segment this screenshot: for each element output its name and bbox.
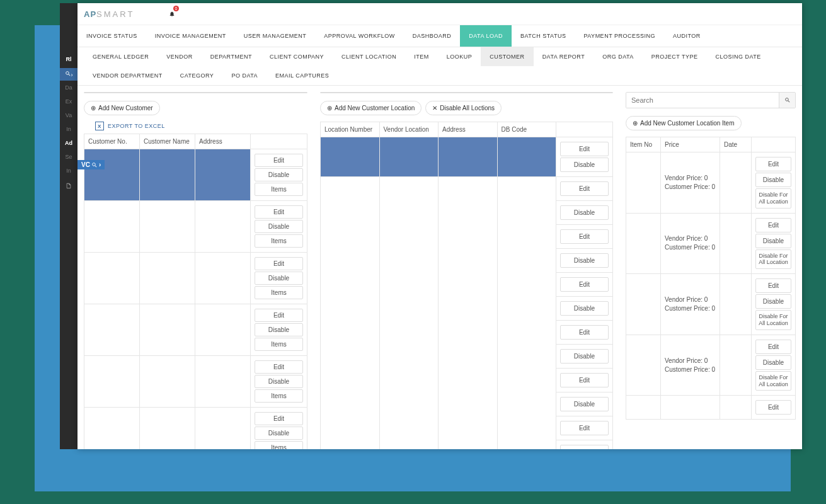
table-row[interactable]: Disable: [321, 392, 613, 416]
subnav-department[interactable]: DEPARTMENT: [202, 47, 261, 66]
subnav-po-data[interactable]: PO DATA: [222, 66, 267, 85]
disable-button[interactable]: Disable: [255, 323, 303, 336]
subnav-vendor[interactable]: VENDOR: [158, 47, 202, 66]
sidebar-item-da[interactable]: Da: [60, 81, 77, 94]
sidebar-item-ad[interactable]: Ad: [60, 136, 77, 150]
nav-invoice-status[interactable]: INVOICE STATUS: [77, 25, 146, 47]
disable-button[interactable]: Disable: [560, 445, 609, 449]
table-row[interactable]: EditDisableItems: [84, 356, 307, 408]
disable-all-button[interactable]: Disable For All Location: [755, 249, 791, 270]
nav-invoice-management[interactable]: INVOICE MANAGEMENT: [146, 25, 235, 47]
table-row[interactable]: Vendor Price: 0Customer Price: 0 EditDis…: [626, 152, 796, 214]
disable-all-button[interactable]: Disable For All Location: [755, 371, 791, 391]
edit-button[interactable]: Edit: [255, 309, 303, 322]
items-button[interactable]: Items: [255, 441, 303, 449]
subnav-closing-date[interactable]: CLOSING DATE: [707, 47, 770, 66]
subnav-vendor-department[interactable]: VENDOR DEPARTMENT: [84, 66, 171, 85]
table-row[interactable]: Vendor Price: 0Customer Price: 0 EditDis…: [626, 335, 796, 396]
edit-button[interactable]: Edit: [755, 278, 791, 293]
disable-button[interactable]: Disable: [255, 168, 303, 181]
export-excel-link[interactable]: X EXPORT TO EXCEL: [84, 122, 307, 130]
bell-icon[interactable]: 0: [169, 9, 175, 19]
subnav-email-captures[interactable]: EMAIL CAPTURES: [267, 66, 338, 85]
sidebar-item-rl[interactable]: Rl: [60, 52, 77, 66]
table-row[interactable]: EditDisableItems: [84, 149, 307, 201]
overhang-tag[interactable]: VC ›: [77, 160, 105, 169]
items-button[interactable]: Items: [255, 183, 303, 196]
nav-user-management[interactable]: USER MANAGEMENT: [235, 25, 316, 47]
edit-button[interactable]: Edit: [255, 257, 303, 270]
subnav-item[interactable]: ITEM: [405, 47, 438, 66]
items-button[interactable]: Items: [255, 389, 303, 403]
subnav-customer[interactable]: CUSTOMER: [481, 47, 533, 66]
edit-button[interactable]: Edit: [255, 360, 303, 374]
table-row[interactable]: Disable: [321, 201, 613, 225]
nav-approval-workflow[interactable]: APPROVAL WORKFLOW: [315, 25, 404, 47]
subnav-client-company[interactable]: CLIENT COMPANY: [261, 47, 333, 66]
disable-button[interactable]: Disable: [255, 272, 303, 285]
edit-button[interactable]: Edit: [560, 229, 609, 244]
edit-button[interactable]: Edit: [560, 277, 609, 292]
sidebar-item-se[interactable]: Se: [60, 150, 77, 164]
disable-button[interactable]: Disable: [560, 205, 609, 220]
sidebar-item-in[interactable]: In: [60, 164, 77, 178]
disable-all-button[interactable]: Disable For All Location: [755, 310, 791, 330]
items-button[interactable]: Items: [255, 286, 303, 299]
subnav-project-type[interactable]: PROJECT TYPE: [643, 47, 707, 66]
edit-button[interactable]: Edit: [560, 421, 609, 435]
table-row[interactable]: Edit: [321, 416, 613, 440]
table-row[interactable]: EditDisableItems: [84, 408, 307, 450]
table-row[interactable]: Disable: [321, 345, 613, 369]
subnav-data-report[interactable]: DATA REPORT: [534, 47, 594, 66]
disable-button[interactable]: Disable: [755, 294, 791, 309]
nav-dashboard[interactable]: DASHBOARD: [404, 25, 461, 47]
sidebar-item-va[interactable]: Va: [60, 108, 77, 122]
table-row[interactable]: Edit: [321, 321, 613, 345]
nav-payment-processing[interactable]: PAYMENT PROCESSING: [575, 25, 664, 47]
edit-button[interactable]: Edit: [560, 142, 609, 156]
items-button[interactable]: Items: [255, 338, 303, 351]
disable-button[interactable]: Disable: [560, 301, 609, 316]
table-row[interactable]: Disable: [321, 297, 613, 321]
table-row[interactable]: Edit: [321, 225, 613, 249]
subnav-client-location[interactable]: CLIENT LOCATION: [333, 47, 405, 66]
nav-data-load[interactable]: DATA LOAD: [460, 25, 512, 47]
add-location-item-button[interactable]: ⊕ Add New Customer Location Item: [626, 116, 742, 130]
nav-batch-status[interactable]: BATCH STATUS: [512, 25, 575, 47]
disable-all-locations-button[interactable]: ✕ Disable All Loctions: [425, 101, 502, 115]
disable-button[interactable]: Disable: [560, 349, 609, 364]
table-row[interactable]: Disable: [321, 249, 613, 273]
item-search-input[interactable]: [626, 93, 779, 108]
subnav-lookup[interactable]: LOOKUP: [438, 47, 481, 66]
disable-button[interactable]: Disable: [560, 158, 609, 172]
edit-button[interactable]: Edit: [755, 400, 791, 415]
items-button[interactable]: Items: [255, 234, 303, 248]
edit-button[interactable]: Edit: [755, 218, 791, 232]
disable-button[interactable]: Disable: [755, 234, 791, 248]
edit-button[interactable]: Edit: [755, 340, 791, 354]
disable-button[interactable]: Disable: [255, 375, 303, 388]
edit-button[interactable]: Edit: [560, 181, 609, 196]
subnav-general-ledger[interactable]: GENERAL LEDGER: [84, 47, 158, 66]
disable-button[interactable]: Disable: [755, 355, 791, 370]
sidebar-item-in[interactable]: In: [60, 122, 77, 136]
disable-button[interactable]: Disable: [560, 397, 609, 411]
table-row[interactable]: Disable: [321, 440, 613, 450]
add-location-button[interactable]: ⊕ Add New Customer Location: [320, 101, 422, 115]
table-row[interactable]: EditDisable: [321, 137, 613, 177]
nav-auditor[interactable]: AUDITOR: [664, 25, 709, 47]
table-row[interactable]: Vendor Price: 0Customer Price: 0 EditDis…: [626, 274, 796, 335]
location-search-input[interactable]: [321, 93, 596, 93]
sidebar-search-icon[interactable]: ›: [60, 68, 77, 81]
edit-button[interactable]: Edit: [255, 154, 303, 167]
disable-button[interactable]: Disable: [560, 253, 609, 268]
table-row[interactable]: Edit: [321, 273, 613, 297]
table-row[interactable]: Edit: [626, 396, 796, 420]
table-row[interactable]: EditDisableItems: [84, 253, 307, 304]
subnav-org-data[interactable]: ORG DATA: [594, 47, 643, 66]
item-search-button[interactable]: [779, 93, 795, 108]
edit-button[interactable]: Edit: [255, 412, 303, 425]
sidebar-item-ex[interactable]: Ex: [60, 94, 77, 108]
disable-button[interactable]: Disable: [255, 220, 303, 233]
edit-button[interactable]: Edit: [255, 205, 303, 219]
